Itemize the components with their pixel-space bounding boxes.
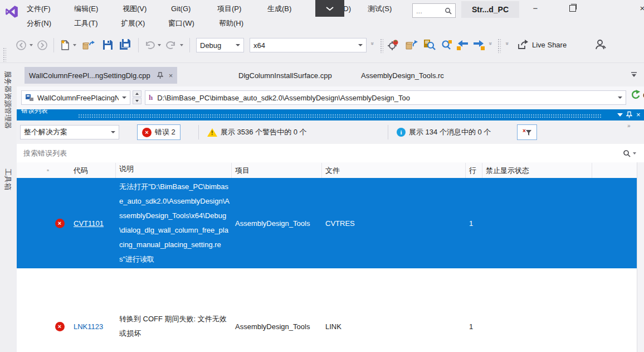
error-row-lnk1123[interactable]: × LNK1123 转换到 COFF 期间失败: 文件无效或损坏 Assembl… xyxy=(17,310,637,343)
live-share-button[interactable]: Live Share xyxy=(517,39,567,50)
errors-count-label: 错误 2 xyxy=(155,127,175,137)
menu-window[interactable]: 窗口(W) xyxy=(168,16,194,31)
menu-tools[interactable]: 工具(T) xyxy=(74,16,98,31)
search-options-caret[interactable] xyxy=(633,152,636,155)
error-list-title-bar[interactable]: 错误列表 × xyxy=(17,109,644,120)
pin-icon[interactable] xyxy=(157,72,163,79)
menu-edit[interactable]: 编辑(E) xyxy=(74,1,98,17)
column-header-line[interactable]: 行 xyxy=(466,163,482,178)
add-item-icon[interactable] xyxy=(406,40,418,50)
navigate-backward-member-icon[interactable] xyxy=(457,40,469,50)
column-header-description[interactable]: 说明 xyxy=(116,163,232,178)
toolbar-overflow-icon[interactable]: ›› xyxy=(627,123,630,129)
quick-launch-search[interactable]: ... xyxy=(412,3,456,18)
go-refresh-icon xyxy=(631,90,641,100)
error-scope-dropdown[interactable]: 整个解决方案 xyxy=(20,125,119,139)
redo-caret[interactable] xyxy=(180,44,183,46)
scope-dropdown[interactable]: WallColumnFreePlacingN xyxy=(21,90,130,105)
attach-to-process-icon[interactable] xyxy=(388,39,399,50)
navigate-back-button[interactable] xyxy=(16,40,27,51)
error-code-link[interactable]: CVT1101 xyxy=(74,219,104,228)
errors-toggle-button[interactable]: × 错误 2 xyxy=(137,124,180,140)
save-button[interactable] xyxy=(103,40,113,50)
menu-git[interactable]: Git(G) xyxy=(171,1,191,17)
column-header-code[interactable]: 代码 xyxy=(70,163,116,178)
new-file-caret[interactable] xyxy=(73,44,76,46)
spin-down-button[interactable] xyxy=(133,98,142,104)
minimize-button[interactable]: − xyxy=(526,0,545,17)
toolbar-overflow-icon[interactable]: ›› xyxy=(369,42,375,45)
menu-project[interactable]: 项目(P) xyxy=(217,1,241,17)
standard-toolbar: Debug x64 ›› ›› ›› Live Share xyxy=(0,31,644,63)
go-button[interactable]: Go xyxy=(631,90,644,100)
menu-build[interactable]: 生成(B) xyxy=(267,1,291,17)
tab-label: WallColumnFreePl...ngSettingDlg.cpp xyxy=(29,71,150,80)
error-row-cvt1101[interactable]: × CVT1101 无法打开"D:\BimBase_PC\bimbase_aut… xyxy=(17,178,637,268)
search-error-list-input[interactable] xyxy=(17,149,623,157)
solution-configurations-dropdown[interactable]: Debug xyxy=(196,38,244,52)
undo-caret[interactable] xyxy=(158,44,161,46)
column-header-file[interactable]: 文件 xyxy=(322,163,466,178)
tab-label: AssemblyDesign_Tools.rc xyxy=(361,71,444,80)
search-icon[interactable] xyxy=(623,150,631,157)
close-panel-icon[interactable]: × xyxy=(636,109,641,120)
toolbar-grip[interactable] xyxy=(3,47,6,62)
toolbar-grip[interactable] xyxy=(497,38,501,53)
spin-up-button[interactable] xyxy=(133,90,142,97)
navigate-back-caret[interactable] xyxy=(30,44,33,46)
save-all-button[interactable] xyxy=(119,38,131,51)
open-file-button[interactable] xyxy=(82,40,95,50)
tab-dlgcolumninstallsurface[interactable]: DlgColumnInstallSurface.cpp xyxy=(234,67,336,84)
toolbar-overflow-icon[interactable]: ›› xyxy=(487,42,494,45)
tab-assemblydesign-tools-rc[interactable]: AssemblyDesign_Tools.rc xyxy=(357,67,448,84)
vertical-scrollbar[interactable] xyxy=(637,162,644,352)
chevron-down-icon xyxy=(122,97,126,99)
feedback-person-icon[interactable] xyxy=(595,39,606,50)
error-description: 无法打开"D:\BimBase_PC\bimbase_auto_sdk2.0\A… xyxy=(116,178,232,268)
menu-help[interactable]: 帮助(H) xyxy=(219,16,243,31)
menu-extensions[interactable]: 扩展(X) xyxy=(121,16,145,31)
error-file: LINK xyxy=(322,322,466,331)
warnings-toggle-button[interactable]: ! 展示 3536 个警告中的 0 个 xyxy=(203,124,311,140)
restore-button[interactable] xyxy=(569,5,576,12)
menu-analyze[interactable]: 分析(N) xyxy=(27,16,51,31)
column-header-suppression[interactable]: 禁止显示状态 xyxy=(482,163,592,178)
menu-test[interactable]: 测试(S) xyxy=(368,1,392,17)
editor-tab-bar: WallColumnFreePl...ngSettingDlg.cpp × Dl… xyxy=(17,63,644,86)
error-search-row xyxy=(17,144,644,163)
error-code-link[interactable]: LNK1123 xyxy=(74,322,103,331)
header-file-icon: h xyxy=(149,93,153,102)
sidebar-tab-server-explorer[interactable]: 服务器资源管理器 xyxy=(3,71,13,129)
column-header-project[interactable]: 项目 xyxy=(232,163,322,178)
close-tab-icon[interactable]: × xyxy=(169,71,173,80)
sidebar-tab-toolbox[interactable]: 工具箱 xyxy=(3,168,13,190)
toolbar-grip[interactable] xyxy=(380,38,383,53)
pin-icon[interactable] xyxy=(626,111,632,119)
error-icon: × xyxy=(142,128,152,137)
window-list-icon[interactable] xyxy=(631,71,637,78)
window-position-icon[interactable] xyxy=(617,112,623,117)
menu-view[interactable]: 视图(V) xyxy=(123,1,147,17)
severity-icon-header[interactable] xyxy=(49,163,70,178)
navigate-forward-button[interactable] xyxy=(37,40,48,51)
collapsed-overlay-button[interactable] xyxy=(315,0,344,17)
solution-platforms-dropdown[interactable]: x64 xyxy=(250,38,367,52)
navigate-forward-member-icon[interactable] xyxy=(472,40,485,50)
close-button[interactable]: × xyxy=(633,0,644,17)
new-file-button[interactable] xyxy=(60,39,70,50)
undo-button[interactable] xyxy=(144,40,155,50)
tab-wallcolumnfreeplacing[interactable]: WallColumnFreePl...ngSettingDlg.cpp × xyxy=(25,67,177,84)
clear-filter-button[interactable]: × xyxy=(517,124,537,140)
redo-button[interactable] xyxy=(166,40,177,50)
file-path-value: D:\BimBase_PC\bimbase_auto_sdk2.0\Assemb… xyxy=(157,94,614,102)
messages-toggle-button[interactable]: i 展示 134 个消息中的 0 个 xyxy=(392,124,495,140)
find-symbol-icon[interactable] xyxy=(441,39,452,50)
find-in-files-icon[interactable] xyxy=(423,39,436,50)
severity-sort-header[interactable]: ⁿ xyxy=(17,163,49,178)
toolbar-overflow-icon[interactable]: ›› xyxy=(504,42,510,45)
editor-navigation-bar: WallColumnFreePlacingN h D:\BimBase_PC\b… xyxy=(17,86,644,109)
filter-funnel-icon: × xyxy=(523,128,531,137)
menu-file[interactable]: 文件(F) xyxy=(27,1,51,17)
navbar-spinner[interactable] xyxy=(133,90,142,104)
file-path-dropdown[interactable]: h D:\BimBase_PC\bimbase_auto_sdk2.0\Asse… xyxy=(145,90,626,105)
